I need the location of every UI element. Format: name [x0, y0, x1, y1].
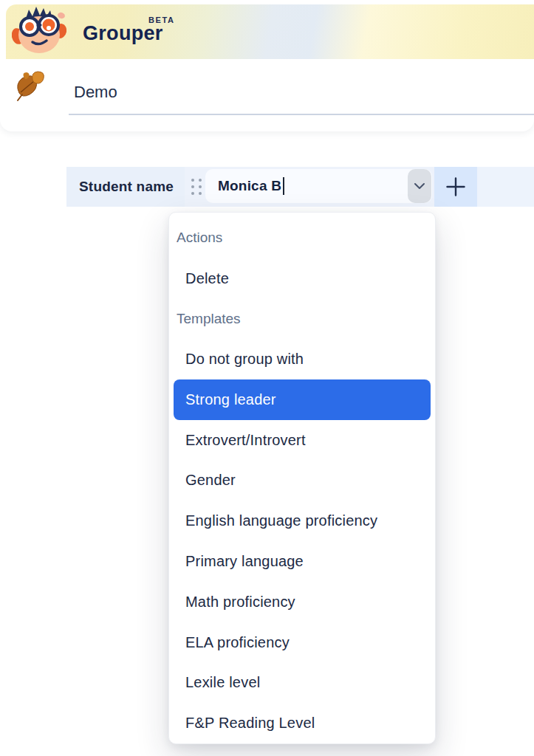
- menu-section-actions: Actions: [169, 218, 435, 258]
- menu-item-fp-reading-level[interactable]: F&P Reading Level: [169, 703, 435, 743]
- table-header-filler: [477, 167, 534, 207]
- student-name-header-label: Student name: [79, 179, 174, 195]
- column-name-value: Monica B: [218, 178, 281, 194]
- menu-item-lexile-level[interactable]: Lexile level: [169, 662, 435, 703]
- text-cursor: [283, 177, 284, 195]
- menu-item-delete[interactable]: Delete: [169, 258, 435, 299]
- menu-item-gender[interactable]: Gender: [169, 461, 435, 501]
- column-template-menu: Actions Delete Templates Do not group wi…: [168, 212, 436, 744]
- fallen-leaf-icon: [15, 71, 46, 103]
- column-being-edited: Monica B: [185, 167, 434, 207]
- menu-item-primary-language[interactable]: Primary language: [169, 541, 435, 582]
- menu-item-english-language-proficiency[interactable]: English language proficiency: [169, 501, 435, 541]
- app-title: Grouper: [83, 22, 163, 45]
- table-header-row: Student name Monica B: [66, 167, 534, 207]
- menu-item-do-not-group-with[interactable]: Do not group with: [169, 339, 435, 379]
- chevron-down-icon: [414, 182, 425, 190]
- column-student-name[interactable]: Student name: [66, 167, 185, 207]
- grouper-mascot-icon: [12, 6, 66, 55]
- add-column-button[interactable]: [434, 167, 477, 207]
- document-title-input[interactable]: Demo: [74, 83, 117, 102]
- menu-item-extrovert-introvert[interactable]: Extrovert/Introvert: [169, 420, 435, 461]
- plus-icon: [445, 176, 466, 197]
- header-card: Grouper BETA Demo: [0, 0, 534, 131]
- column-name-input[interactable]: Monica B: [205, 169, 432, 203]
- menu-item-math-proficiency[interactable]: Math proficiency: [169, 582, 435, 622]
- menu-section-templates: Templates: [169, 299, 435, 340]
- beta-badge: BETA: [148, 16, 175, 24]
- menu-item-strong-leader[interactable]: Strong leader: [174, 379, 431, 420]
- app-window: Grouper BETA Demo Student name Monica B: [0, 0, 534, 756]
- document-title-underline: [69, 114, 534, 115]
- menu-item-ela-proficiency[interactable]: ELA proficiency: [169, 622, 435, 663]
- column-type-dropdown-button[interactable]: [408, 169, 431, 203]
- drag-handle-icon[interactable]: [191, 179, 202, 195]
